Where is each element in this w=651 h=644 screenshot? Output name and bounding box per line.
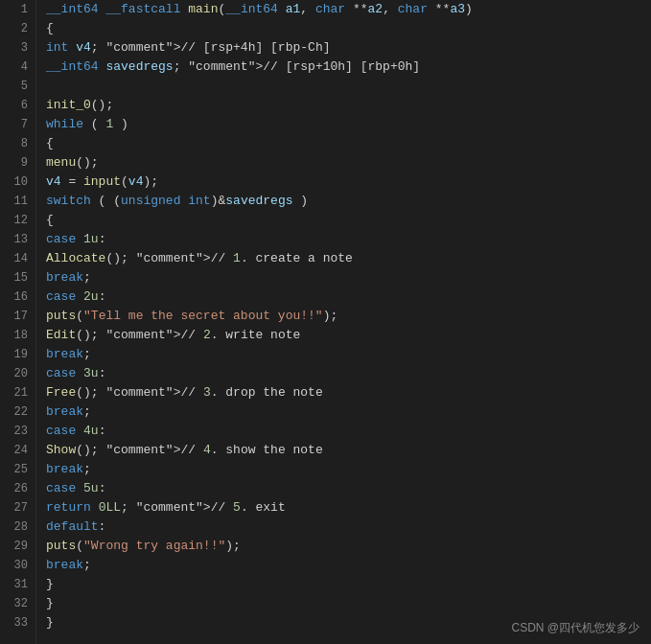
line-number: 10 (6, 172, 28, 192)
code-line: Free(); "comment">// 3. drop the note (46, 383, 651, 402)
code-line: default: (46, 518, 651, 537)
code-area: 1234567891011121314151617181920212223242… (0, 0, 651, 644)
code-line (46, 77, 651, 96)
line-number: 5 (6, 77, 28, 96)
line-number: 25 (6, 460, 28, 479)
line-number: 33 (6, 613, 28, 632)
line-number: 24 (6, 441, 28, 460)
code-container: 1234567891011121314151617181920212223242… (0, 0, 651, 644)
line-number: 6 (6, 96, 28, 115)
code-line: break; (46, 345, 651, 364)
line-number: 32 (6, 594, 28, 613)
code-line: Show(); "comment">// 4. show the note (46, 441, 651, 460)
code-line: Edit(); "comment">// 2. write note (46, 326, 651, 345)
code-line: return 0LL; "comment">// 5. exit (46, 498, 651, 518)
code-line: menu(); (46, 153, 651, 172)
line-number: 30 (6, 556, 28, 575)
code-line: puts("Wrong try again!!"); (46, 537, 651, 556)
code-line: case 2u: (46, 288, 651, 307)
code-line: v4 = input(v4); (46, 172, 651, 192)
line-number: 26 (6, 479, 28, 498)
line-number: 22 (6, 402, 28, 422)
line-number: 16 (6, 288, 28, 307)
watermark: CSDN @四代机您发多少 (511, 620, 639, 636)
code-line: __int64 savedregs; "comment">// [rsp+10h… (46, 58, 651, 77)
code-line: case 1u: (46, 230, 651, 249)
code-line: switch ( (unsigned int)&savedregs ) (46, 192, 651, 211)
line-number: 7 (6, 115, 28, 134)
line-number: 18 (6, 326, 28, 345)
code-line: __int64 __fastcall main(__int64 a1, char… (46, 0, 651, 19)
code-line: int v4; "comment">// [rsp+4h] [rbp-Ch] (46, 38, 651, 58)
line-number: 15 (6, 268, 28, 288)
line-number: 8 (6, 134, 28, 153)
line-number: 3 (6, 38, 28, 58)
code-line: { (46, 19, 651, 38)
code-content[interactable]: __int64 __fastcall main(__int64 a1, char… (36, 0, 651, 644)
code-line: Allocate(); "comment">// 1. create a not… (46, 249, 651, 268)
line-number: 23 (6, 422, 28, 441)
line-number: 9 (6, 153, 28, 172)
line-number: 31 (6, 575, 28, 594)
line-number: 12 (6, 211, 28, 230)
line-number: 2 (6, 19, 28, 38)
code-line: puts("Tell me the secret about you!!"); (46, 307, 651, 326)
line-number: 11 (6, 192, 28, 211)
line-number: 1 (6, 0, 28, 19)
line-numbers: 1234567891011121314151617181920212223242… (0, 0, 36, 644)
line-number: 4 (6, 58, 28, 77)
code-line: case 5u: (46, 479, 651, 498)
line-number: 17 (6, 307, 28, 326)
line-number: 28 (6, 518, 28, 537)
code-line: break; (46, 460, 651, 479)
code-line: break; (46, 556, 651, 575)
code-line: { (46, 134, 651, 153)
code-line: break; (46, 402, 651, 422)
line-number: 13 (6, 230, 28, 249)
line-number: 27 (6, 498, 28, 518)
line-number: 14 (6, 249, 28, 268)
code-line: case 3u: (46, 364, 651, 383)
line-number: 21 (6, 383, 28, 402)
code-line: case 4u: (46, 422, 651, 441)
code-line: { (46, 211, 651, 230)
line-number: 29 (6, 537, 28, 556)
code-line: } (46, 575, 651, 594)
code-line: while ( 1 ) (46, 115, 651, 134)
line-number: 20 (6, 364, 28, 383)
code-line: init_0(); (46, 96, 651, 115)
line-number: 19 (6, 345, 28, 364)
code-line: break; (46, 268, 651, 288)
code-line: } (46, 594, 651, 613)
